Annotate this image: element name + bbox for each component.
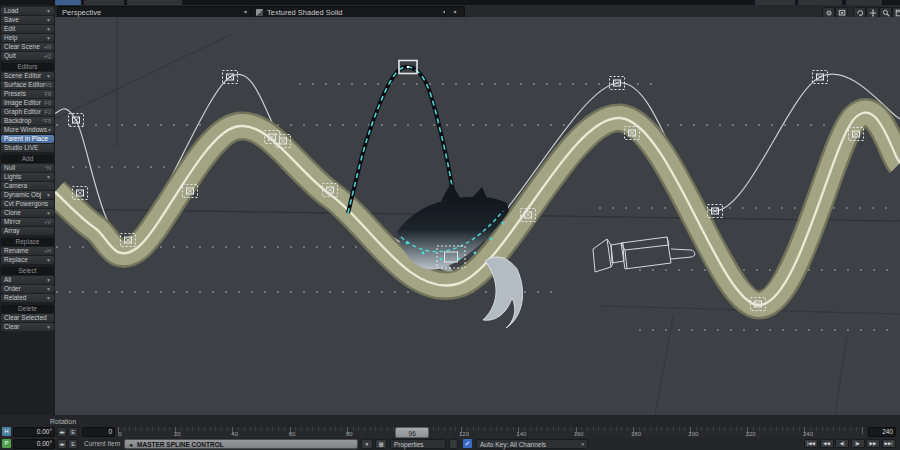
- transport-button-3[interactable]: |▶: [851, 439, 865, 448]
- frame-label: 120: [454, 431, 474, 437]
- pitch-channel-chip[interactable]: P: [2, 439, 11, 448]
- heading-spinner-button[interactable]: ◂▸: [57, 427, 67, 437]
- current-frame-slider[interactable]: 96: [395, 427, 429, 438]
- chevron-down-icon: ▾: [453, 8, 456, 17]
- menu-item-graph-editor[interactable]: Graph EditorF2: [1, 108, 54, 116]
- menu-item-clear-selected[interactable]: Clear Selected: [1, 314, 54, 322]
- properties-mini-button[interactable]: [449, 439, 458, 449]
- menu-item-clone[interactable]: Clone▼: [1, 209, 54, 217]
- menu-item-related[interactable]: Related▼: [1, 294, 54, 302]
- current-item-dropdown[interactable]: ◂ MASTER SPLINE CONTROL: [124, 439, 358, 449]
- menu-item-image-editor[interactable]: Image EditorF6: [1, 99, 54, 107]
- heading-value-field[interactable]: 0.00°: [13, 427, 55, 437]
- pitch-spinner-button[interactable]: ◂▸: [57, 439, 67, 449]
- menu-section-header: Replace: [1, 238, 54, 246]
- menu-section-header: Editors: [1, 63, 54, 71]
- pitch-envelope-button[interactable]: E: [68, 439, 78, 449]
- heading-channel-chip[interactable]: H: [2, 427, 11, 436]
- properties-label: Properties: [394, 440, 424, 449]
- menu-section-header: Delete: [1, 305, 54, 313]
- menu-item-parent-in-place[interactable]: Parent in Place: [1, 135, 54, 143]
- menu-item-mirror[interactable]: Mirror+V: [1, 218, 54, 226]
- shading-mode-label: Textured Shaded Solid: [267, 8, 342, 17]
- menu-item-array[interactable]: Array: [1, 227, 54, 235]
- menu-item-studio-live[interactable]: Studio LIVE: [1, 144, 54, 152]
- left-menu-panel: Load▼Save▼Edit▼Help▼Clear Scene+NQuit+QE…: [0, 5, 55, 415]
- timeline-ruler[interactable]: 02040608010012014016018020022024096: [118, 427, 866, 438]
- fish-dorsal-fin: [441, 183, 461, 201]
- transport-button-4[interactable]: ▶▶: [866, 439, 880, 448]
- autokey-checkbox[interactable]: ✓: [463, 439, 472, 448]
- menu-section-header: Add: [1, 155, 54, 163]
- menu-item-backdrop[interactable]: Backdrop^F5: [1, 117, 54, 125]
- frame-label: 240: [798, 431, 818, 437]
- shading-mode-icon: [256, 9, 263, 16]
- end-frame-field[interactable]: 240: [868, 427, 896, 437]
- frame-label: 60: [282, 431, 302, 437]
- frame-label: 0: [110, 431, 130, 437]
- menu-item-quit[interactable]: Quit+Q: [1, 52, 54, 60]
- menu-item-lights[interactable]: Lights▼: [1, 173, 54, 181]
- chevron-down-icon: ▾: [581, 440, 584, 449]
- menu-item-more-windows[interactable]: More Windows▼: [1, 126, 54, 134]
- triangle-left-icon: ◂: [129, 441, 132, 448]
- item-type-icon-button[interactable]: ▦: [375, 439, 387, 449]
- transport-button-0[interactable]: |◀◀: [804, 439, 818, 448]
- menu-item-all[interactable]: All▼: [1, 276, 54, 284]
- transport-button-1[interactable]: ◀◀: [820, 439, 834, 448]
- menu-item-cvt-powergons[interactable]: Cvt Powergons: [1, 200, 54, 208]
- autokey-dropdown[interactable]: Auto Key: All Channels ▾: [476, 439, 588, 449]
- menu-item-null[interactable]: Null^N: [1, 164, 54, 172]
- current-item-label: Current Item: [84, 440, 120, 447]
- menu-item-clear-scene[interactable]: Clear Scene+N: [1, 43, 54, 51]
- menu-item-order[interactable]: Order▼: [1, 285, 54, 293]
- viewport-mode-label: Perspective: [62, 8, 101, 17]
- menu-section-header: Select: [1, 267, 54, 275]
- lightwave-layout-window: Perspective ▾ Textured Shaded Solid ▾ ▾ …: [0, 0, 900, 450]
- properties-button[interactable]: Properties: [390, 439, 446, 449]
- menu-item-edit[interactable]: Edit▼: [1, 25, 54, 33]
- menu-item-rename[interactable]: Rename+H: [1, 247, 54, 255]
- frame-label: 20: [167, 431, 187, 437]
- frame-label: 40: [225, 431, 245, 437]
- viewport-3d[interactable]: [55, 17, 900, 415]
- heading-envelope-button[interactable]: E: [68, 427, 78, 437]
- menu-item-dynamic-obj[interactable]: Dynamic Obj▼: [1, 191, 54, 199]
- menu-item-replace[interactable]: Replace▼: [1, 256, 54, 264]
- menu-item-presets[interactable]: PresetsF8: [1, 90, 54, 98]
- menu-item-camera[interactable]: Camera: [1, 182, 54, 190]
- motion-path[interactable]: [348, 67, 456, 223]
- frame-label: 80: [339, 431, 359, 437]
- menu-item-save[interactable]: Save▼: [1, 16, 54, 24]
- rotation-label: Rotation: [50, 418, 76, 425]
- current-item-name: MASTER SPLINE CONTROL: [137, 441, 224, 448]
- autokey-label: Auto Key: All Channels: [480, 440, 546, 449]
- chevron-down-icon: ▾: [244, 8, 247, 17]
- menu-item-surface-editor[interactable]: Surface EditorF5: [1, 81, 54, 89]
- frame-label: 160: [569, 431, 589, 437]
- camera-wireframe[interactable]: [593, 237, 695, 272]
- pitch-value-field[interactable]: 0.00°: [13, 439, 55, 449]
- bottom-status-bar: Rotation H 0.00° ◂▸ E 0 P 0.00° ◂▸ E Cur…: [0, 415, 900, 450]
- menu-item-help[interactable]: Help▼: [1, 34, 54, 42]
- frame-label: 140: [511, 431, 531, 437]
- fish-second-fin: [473, 187, 487, 198]
- menu-item-scene-editor[interactable]: Scene Editor▼: [1, 72, 54, 80]
- transport-button-2[interactable]: ◀|: [835, 439, 849, 448]
- transport-button-5[interactable]: ▶▶|: [882, 439, 896, 448]
- menu-item-load[interactable]: Load▼: [1, 7, 54, 15]
- item-list-dropdown-button[interactable]: ▾: [361, 439, 373, 449]
- menu-item-clear[interactable]: Clear▼: [1, 323, 54, 331]
- frame-label: 200: [683, 431, 703, 437]
- frame-label: 220: [741, 431, 761, 437]
- frame-label: 180: [626, 431, 646, 437]
- spline-null-handle[interactable]: [813, 71, 828, 84]
